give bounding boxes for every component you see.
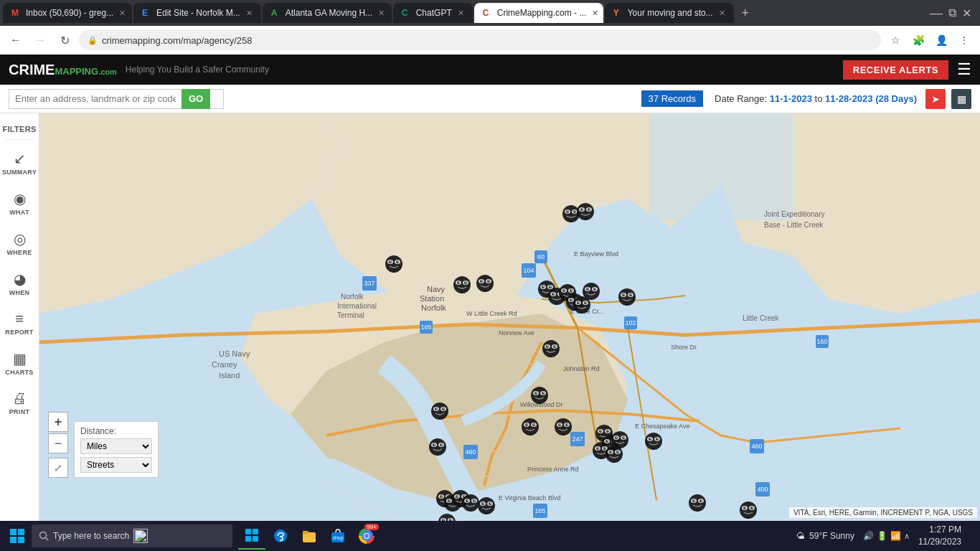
taskbar-app-edge[interactable]	[267, 522, 294, 550]
zoom-out-button[interactable]: −	[48, 433, 68, 453]
charts-icon: ▦	[13, 350, 27, 367]
sidebar-item-when[interactable]: ◕ WHEN	[0, 263, 39, 303]
main-layout: FILTERS ↙ SUMMARY ◉ WHAT ◎ WHERE ◕ WHEN …	[0, 113, 980, 521]
sidebar-item-where[interactable]: ◎ WHERE	[0, 223, 39, 263]
address-text: crimemapping.com/map/agency/258	[102, 35, 253, 46]
map-area[interactable]: Norfolk Portsmouth US Navy Craney Island…	[39, 113, 980, 521]
share-icon[interactable]: ➤	[925, 89, 946, 109]
tab-atlanta-close[interactable]: ✕	[378, 9, 385, 18]
crime-marker-m17[interactable]	[521, 418, 540, 442]
taskbar-system-tray: 🌤 59°F Sunny 🔊 🔋 📶 ∧ 1:27 PM 11/29/2023	[796, 524, 977, 548]
crime-marker-m14[interactable]	[530, 386, 549, 410]
crime-marker-m34[interactable]	[739, 501, 758, 521]
records-badge[interactable]: 37 Records	[641, 90, 703, 107]
search-go-button[interactable]: GO	[182, 89, 210, 109]
svg-point-168	[522, 418, 539, 435]
crime-marker-m29[interactable]	[477, 496, 496, 521]
taskbar-app-store[interactable]: shop	[324, 522, 352, 550]
sys-tray-icons: 🔊 🔋 📶 ∧	[859, 531, 914, 541]
print-icon: 🖨	[12, 390, 27, 407]
svg-point-76	[397, 261, 399, 263]
svg-point-84	[476, 275, 494, 292]
sidebar-item-charts[interactable]: ▦ CHARTS	[0, 343, 39, 383]
minimize-button[interactable]: —	[930, 6, 943, 21]
menu-button[interactable]: ⋮	[954, 30, 974, 50]
tab-gmail[interactable]: M Inbox (50,690) - greg... ✕	[3, 3, 132, 23]
battery-icon: 📶	[890, 531, 901, 541]
svg-point-154	[431, 402, 448, 420]
svg-point-188	[608, 430, 609, 432]
tab-edit-site[interactable]: E Edit Site - Norfolk M... ✕	[133, 3, 261, 23]
sidebar-item-print[interactable]: 🖨 PRINT	[0, 383, 39, 423]
show-hidden-icon[interactable]: ∧	[904, 532, 910, 541]
distance-select[interactable]: Miles Kilometers	[80, 438, 152, 454]
crime-marker-m3[interactable]	[385, 255, 403, 279]
gmail-favicon: M	[11, 8, 22, 18]
crime-marker-m13[interactable]	[542, 339, 560, 364]
browser-right-icons: ☆ 🧩 👤 ⋮	[885, 30, 974, 50]
svg-point-180	[560, 424, 561, 425]
hamburger-menu-button[interactable]: ☰	[957, 60, 971, 79]
sidebar-item-summary[interactable]: ↙ SUMMARY	[0, 143, 39, 183]
tab-yourmoving-close[interactable]: ✕	[719, 9, 725, 18]
svg-point-236	[449, 500, 451, 501]
crime-marker-m5[interactable]	[476, 274, 494, 298]
address-bar[interactable]: 🔒 crimemapping.com/map/agency/258	[79, 30, 881, 50]
restore-button[interactable]: ⧉	[948, 6, 956, 19]
forward-button[interactable]: →	[30, 30, 50, 50]
receive-alerts-button[interactable]: RECEIVE ALERTS	[843, 60, 948, 80]
svg-rect-302	[245, 536, 251, 542]
summary-label: SUMMARY	[2, 169, 37, 176]
volume-icon: 🔋	[877, 531, 887, 541]
search-right-icons: ➤ ▦	[925, 89, 971, 109]
tab-yourmoving[interactable]: Y Your moving and sto... ✕	[605, 3, 734, 23]
taskbar-app-chrome[interactable]: 99+	[353, 522, 380, 550]
crime-marker-m15[interactable]	[430, 402, 449, 426]
crime-marker-m2[interactable]	[576, 202, 595, 227]
tab-atlanta[interactable]: A Atlanta GA Moving H... ✕	[263, 3, 392, 23]
sidebar-item-report[interactable]: ≡ REPORT	[0, 303, 39, 343]
tab-crimemapping-close[interactable]: ✕	[592, 9, 598, 18]
edit-site-favicon: E	[142, 8, 152, 18]
crime-marker-m30[interactable]	[438, 513, 456, 521]
crime-marker-m16[interactable]	[428, 438, 447, 462]
bookmark-button[interactable]: ☆	[885, 30, 905, 50]
address-search-input[interactable]	[9, 93, 182, 104]
crime-marker-m24[interactable]	[644, 432, 663, 456]
extensions-button[interactable]: 🧩	[908, 30, 928, 50]
close-browser-button[interactable]: ✕	[962, 6, 971, 20]
crime-marker-m33[interactable]	[688, 494, 707, 518]
svg-point-68	[582, 209, 583, 210]
lock-icon: 🔒	[88, 36, 98, 45]
compass-button[interactable]: ⤢	[48, 458, 68, 478]
taskbar-app-files[interactable]	[296, 522, 323, 550]
tab-edit-site-close[interactable]: ✕	[246, 9, 253, 18]
sidebar-item-what[interactable]: ◉ WHAT	[0, 183, 39, 223]
logo-tagline: Helping You Build a Safer Community	[126, 65, 269, 75]
tab-crimemapping-label: CrimeMapping.com - ...	[497, 8, 587, 18]
windows-logo-icon	[10, 529, 24, 543]
tab-chatgpt-close[interactable]: ✕	[458, 9, 464, 18]
tab-crimemapping[interactable]: C CrimeMapping.com - ... ✕	[474, 3, 603, 23]
reload-button[interactable]: ↻	[55, 30, 75, 50]
taskbar-search-box[interactable]: Type here to search	[32, 524, 232, 547]
start-menu-button[interactable]	[3, 523, 32, 549]
crime-marker-m4[interactable]	[453, 276, 471, 300]
street-type-select[interactable]: Streets Aerial Topo	[80, 457, 152, 473]
tab-gmail-close[interactable]: ✕	[119, 9, 126, 18]
taskbar-clock[interactable]: 1:27 PM 11/29/2023	[918, 524, 961, 548]
tab-chatgpt[interactable]: C ChatGPT ✕	[393, 3, 473, 23]
chrome-notification-badge: 99+	[364, 524, 379, 530]
crime-marker-m11[interactable]	[582, 282, 600, 306]
date-separator: to	[815, 93, 825, 104]
taskbar-app-ie[interactable]	[238, 522, 265, 550]
crime-marker-m12[interactable]	[618, 288, 636, 312]
back-button[interactable]: ←	[6, 30, 26, 50]
profile-button[interactable]: 👤	[931, 30, 951, 50]
crime-marker-m18[interactable]	[554, 418, 573, 442]
zoom-in-button[interactable]: +	[48, 412, 68, 432]
layers-icon[interactable]: ▦	[951, 89, 971, 109]
svg-point-174	[534, 424, 535, 425]
crime-marker-m23[interactable]	[605, 445, 623, 469]
new-tab-button[interactable]: +	[735, 3, 755, 23]
